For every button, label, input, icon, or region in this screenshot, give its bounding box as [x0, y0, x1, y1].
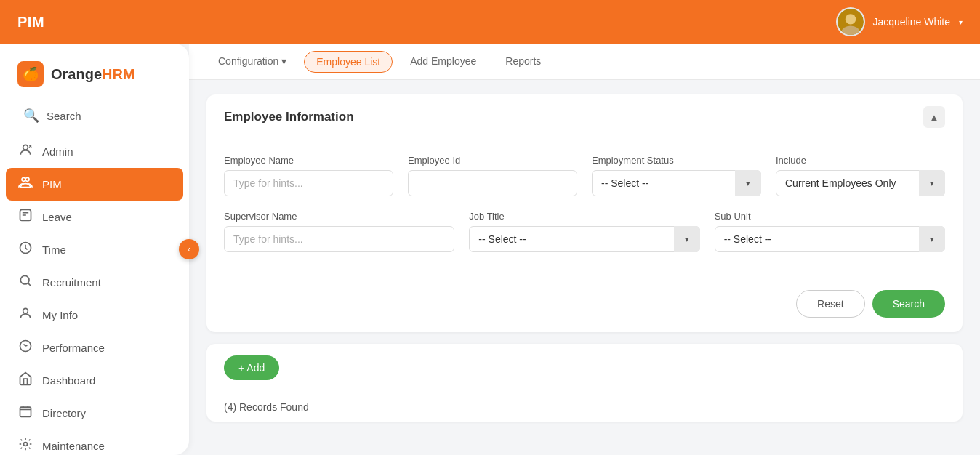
employee-id-group: Employee Id: [408, 155, 577, 196]
supervisor-name-label: Supervisor Name: [224, 211, 454, 222]
form-row-1: Employee Name Employee Id Employment Sta…: [224, 155, 945, 196]
directory-icon: [17, 404, 33, 422]
job-title-group: Job Title -- Select -- ▾: [469, 211, 699, 252]
form-row-2: Supervisor Name Job Title -- Select -- ▾: [224, 211, 945, 252]
tab-reports-label: Reports: [505, 55, 541, 67]
sidebar-item-recruitment[interactable]: Recruitment: [0, 266, 189, 299]
sidebar-item-performance[interactable]: Performance: [0, 331, 189, 364]
employment-status-select[interactable]: -- Select --: [592, 170, 761, 196]
sidebar-item-time[interactable]: Time: [0, 233, 189, 266]
employment-status-select-wrapper: -- Select -- ▾: [592, 170, 761, 196]
job-title-select[interactable]: -- Select --: [469, 226, 699, 252]
dashboard-label: Dashboard: [42, 374, 95, 387]
content-area: Employee Information ▲ Employee Name Emp…: [189, 80, 980, 455]
myinfo-label: My Info: [42, 309, 78, 321]
sidebar-item-directory[interactable]: Directory: [0, 397, 189, 430]
dashboard-icon: [17, 371, 33, 390]
logo: 🍊 OrangeHRM: [0, 55, 189, 102]
card-body: Employee Name Employee Id Employment Sta…: [206, 140, 963, 281]
tab-reports[interactable]: Reports: [494, 44, 553, 80]
sidebar-item-maintenance[interactable]: Maintenance: [0, 430, 189, 455]
include-group: Include Current Employees Only Past Empl…: [776, 155, 945, 196]
performance-label: Performance: [42, 342, 105, 354]
sidebar-collapse-button[interactable]: ‹: [179, 239, 199, 259]
employee-id-label: Employee Id: [408, 155, 577, 166]
user-menu[interactable]: Jacqueline White ▾: [836, 7, 963, 36]
svg-point-12: [24, 443, 28, 446]
reset-button[interactable]: Reset: [796, 290, 865, 318]
card-actions: Reset Search: [206, 281, 963, 332]
job-title-select-wrapper: -- Select -- ▾: [469, 226, 699, 252]
collapse-icon: ‹: [188, 244, 190, 254]
leave-label: Leave: [42, 211, 72, 223]
recruitment-icon: [17, 273, 33, 291]
search-icon: 🔍: [23, 108, 39, 124]
svg-rect-11: [20, 407, 31, 416]
maintenance-label: Maintenance: [42, 440, 105, 452]
results-card: + Add (4) Records Found: [206, 344, 963, 422]
include-select-wrapper: Current Employees Only Past Employees Al…: [776, 170, 945, 196]
user-name: Jacqueline White: [872, 16, 950, 28]
main-content: Configuration ▾ Employee List Add Employ…: [189, 44, 980, 455]
employee-name-input[interactable]: [224, 170, 393, 196]
sidebar-nav: Admin PIM Leave Time: [0, 135, 189, 455]
card-header: Employee Information ▲: [206, 94, 963, 140]
svg-point-1: [846, 14, 856, 24]
avatar: [836, 7, 865, 36]
time-label: Time: [42, 243, 66, 256]
tabs-bar: Configuration ▾ Employee List Add Employ…: [189, 44, 980, 80]
pim-icon: [17, 175, 33, 193]
time-icon: [17, 241, 33, 259]
header-title: PIM: [17, 14, 44, 31]
employee-name-label: Employee Name: [224, 155, 393, 166]
logo-icon: 🍊: [17, 61, 44, 87]
sidebar-item-leave[interactable]: Leave: [0, 201, 189, 233]
sidebar: 🍊 OrangeHRM 🔍 Search Admin PIM: [0, 44, 189, 455]
employment-status-group: Employment Status -- Select -- ▾: [592, 155, 761, 196]
user-dropdown-icon: ▾: [959, 18, 963, 26]
configuration-dropdown-icon: ▾: [281, 55, 286, 67]
sidebar-item-admin[interactable]: Admin: [0, 135, 189, 168]
include-select[interactable]: Current Employees Only Past Employees Al…: [776, 170, 945, 196]
sidebar-item-myinfo[interactable]: My Info: [0, 299, 189, 331]
include-label: Include: [776, 155, 945, 166]
sub-unit-select-wrapper: -- Select -- ▾: [715, 226, 945, 252]
add-button[interactable]: + Add: [224, 355, 279, 380]
card-collapse-button[interactable]: ▲: [923, 106, 945, 128]
card-collapse-icon: ▲: [930, 112, 939, 123]
tab-add-employee-label: Add Employee: [410, 55, 476, 67]
maintenance-icon: [17, 437, 33, 455]
tab-configuration[interactable]: Configuration ▾: [206, 44, 298, 80]
tab-configuration-label: Configuration: [218, 55, 278, 67]
admin-label: Admin: [42, 145, 73, 158]
search-label: Search: [47, 110, 81, 122]
sidebar-item-dashboard[interactable]: Dashboard: [0, 364, 189, 397]
myinfo-icon: [17, 306, 33, 324]
svg-point-3: [23, 145, 28, 150]
card-title: Employee Information: [224, 110, 354, 124]
pim-label: PIM: [42, 178, 62, 190]
supervisor-name-input[interactable]: [224, 226, 454, 252]
employee-info-card: Employee Information ▲ Employee Name Emp…: [206, 94, 963, 332]
recruitment-label: Recruitment: [42, 276, 101, 289]
employment-status-label: Employment Status: [592, 155, 761, 166]
logo-text: OrangeHRM: [51, 66, 135, 83]
sidebar-search[interactable]: 🔍 Search: [9, 102, 180, 129]
svg-point-9: [23, 308, 28, 313]
app-header: PIM Jacqueline White ▾: [0, 0, 980, 44]
search-button[interactable]: Search: [872, 290, 945, 318]
sub-unit-label: Sub Unit: [715, 211, 945, 222]
tab-employee-list-label: Employee List: [316, 56, 380, 68]
svg-point-8: [20, 275, 29, 284]
tab-add-employee[interactable]: Add Employee: [398, 44, 488, 80]
records-found: (4) Records Found: [206, 392, 963, 422]
supervisor-name-group: Supervisor Name: [224, 211, 454, 252]
employee-id-input[interactable]: [408, 170, 577, 196]
employee-name-group: Employee Name: [224, 155, 393, 196]
svg-point-5: [25, 177, 29, 181]
tab-employee-list[interactable]: Employee List: [304, 51, 393, 73]
sidebar-item-pim[interactable]: PIM: [6, 168, 183, 201]
sub-unit-select[interactable]: -- Select --: [715, 226, 945, 252]
directory-label: Directory: [42, 407, 86, 419]
performance-icon: [17, 339, 33, 357]
